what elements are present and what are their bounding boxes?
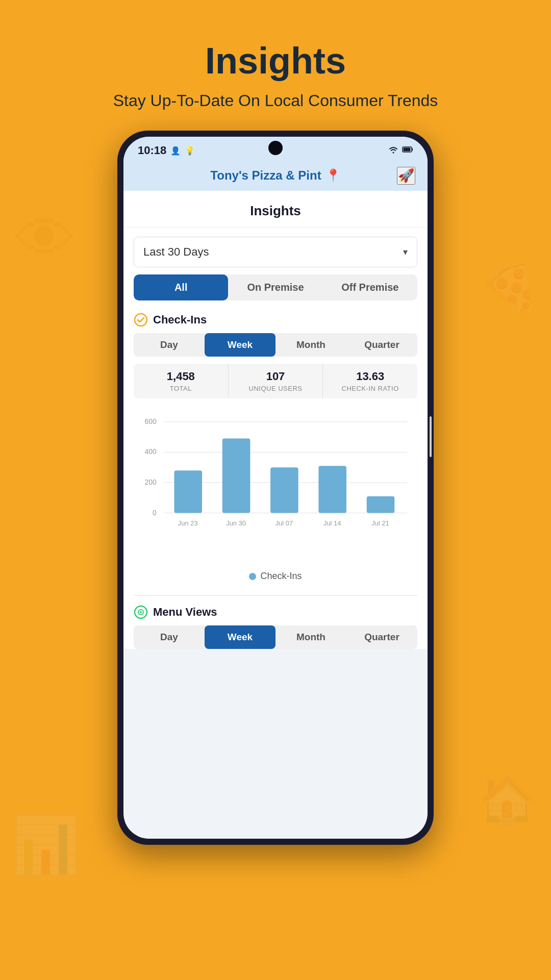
content-area: Insights Last 30 Days ▾ All On Premise O… <box>123 191 428 649</box>
menu-views-icon <box>134 605 148 619</box>
svg-text:Jul 21: Jul 21 <box>371 520 389 527</box>
phone-frame: 10:18 👤 💡 <box>117 131 434 845</box>
tab-all[interactable]: All <box>134 274 228 300</box>
stat-total-value: 1,458 <box>137 370 225 383</box>
stat-total: 1,458 TOTAL <box>134 364 229 398</box>
svg-point-4 <box>135 314 147 326</box>
svg-rect-13 <box>174 470 202 513</box>
checkins-icon <box>134 313 148 327</box>
legend-label: Check-Ins <box>260 571 302 582</box>
lightbulb-icon: 💡 <box>185 146 195 156</box>
location-icon: 📍 <box>325 168 341 183</box>
bar-chart: 600 400 200 0 <box>134 412 417 564</box>
svg-text:0: 0 <box>153 509 157 517</box>
svg-text:Jun 30: Jun 30 <box>226 520 246 527</box>
phone-inner: 10:18 👤 💡 <box>123 137 428 839</box>
person-icon: 👤 <box>170 146 181 156</box>
stat-unique-label: UNIQUE USERS <box>232 385 320 392</box>
svg-rect-3 <box>404 148 411 152</box>
checkins-chart: 600 400 200 0 <box>134 407 417 590</box>
menu-views-label: Menu Views <box>153 606 217 619</box>
battery-icon <box>402 146 413 155</box>
svg-text:200: 200 <box>145 478 157 486</box>
menu-views-title: Menu Views <box>134 601 417 625</box>
chart-legend: Check-Ins <box>134 566 417 590</box>
svg-rect-16 <box>318 466 346 513</box>
camera-notch <box>268 141 283 155</box>
stat-ratio-label: CHECK-IN RATIO <box>326 385 414 392</box>
svg-point-25 <box>140 611 142 613</box>
page-header: Insights Stay Up-To-Date On Local Consum… <box>113 0 438 131</box>
svg-text:Jul 07: Jul 07 <box>276 520 293 527</box>
stat-checkin-ratio: 13.63 CHECK-IN RATIO <box>323 364 417 398</box>
checkins-stats: 1,458 TOTAL 107 UNIQUE USERS 13.63 CHECK… <box>134 364 417 398</box>
period-tab-quarter[interactable]: Quarter <box>346 333 417 357</box>
page-title: Insights <box>113 41 438 81</box>
status-bar: 10:18 👤 💡 <box>123 137 428 162</box>
svg-text:Jun 23: Jun 23 <box>178 520 198 527</box>
svg-rect-2 <box>412 148 413 151</box>
rocket-button[interactable]: 🚀 <box>397 167 415 185</box>
stat-ratio-value: 13.63 <box>326 370 414 383</box>
checkins-section-label: Check-Ins <box>153 313 207 326</box>
svg-text:600: 600 <box>145 417 157 425</box>
tab-off-premise[interactable]: Off Premise <box>323 274 417 300</box>
tab-on-premise[interactable]: On Premise <box>228 274 322 300</box>
svg-rect-14 <box>222 439 251 513</box>
business-name: Tony's Pizza & Pint 📍 <box>210 168 340 183</box>
dropdown-arrow-icon: ▾ <box>403 246 408 258</box>
date-filter-label: Last 30 Days <box>143 245 209 259</box>
period-tab-month[interactable]: Month <box>276 333 346 357</box>
svg-rect-15 <box>270 467 298 513</box>
menu-period-tab-quarter[interactable]: Quarter <box>346 625 417 649</box>
svg-point-0 <box>393 152 394 154</box>
status-icons-right <box>388 145 413 156</box>
wifi-icon <box>388 145 399 156</box>
status-time: 10:18 <box>138 144 166 157</box>
stat-total-label: TOTAL <box>137 385 225 392</box>
svg-rect-17 <box>367 496 395 513</box>
checkins-section: Check-Ins Day Week Month Quarter 1,458 T… <box>134 309 417 590</box>
legend-dot <box>249 573 256 580</box>
date-filter-dropdown[interactable]: Last 30 Days ▾ <box>134 237 417 267</box>
stat-unique-value: 107 <box>232 370 320 383</box>
period-tab-day[interactable]: Day <box>134 333 205 357</box>
premise-filter-tabs: All On Premise Off Premise <box>134 274 417 300</box>
checkins-title: Check-Ins <box>134 309 417 333</box>
business-name-text: Tony's Pizza & Pint <box>210 168 321 183</box>
app-bar: Tony's Pizza & Pint 📍 🚀 <box>123 162 428 191</box>
menu-period-tab-day[interactable]: Day <box>134 625 205 649</box>
period-tab-week[interactable]: Week <box>205 333 276 357</box>
insights-section-title: Insights <box>123 191 428 228</box>
svg-text:400: 400 <box>145 448 157 456</box>
menu-period-tab-week[interactable]: Week <box>205 625 276 649</box>
svg-text:Jul 14: Jul 14 <box>323 520 341 527</box>
page-subtitle: Stay Up-To-Date On Local Consumer Trends <box>113 91 438 110</box>
checkins-period-tabs: Day Week Month Quarter <box>134 333 417 357</box>
menu-period-tab-month[interactable]: Month <box>276 625 346 649</box>
stat-unique-users: 107 UNIQUE USERS <box>229 364 323 398</box>
menu-views-section: Menu Views Day Week Month Quarter <box>134 595 417 649</box>
menu-views-period-tabs: Day Week Month Quarter <box>134 625 417 649</box>
